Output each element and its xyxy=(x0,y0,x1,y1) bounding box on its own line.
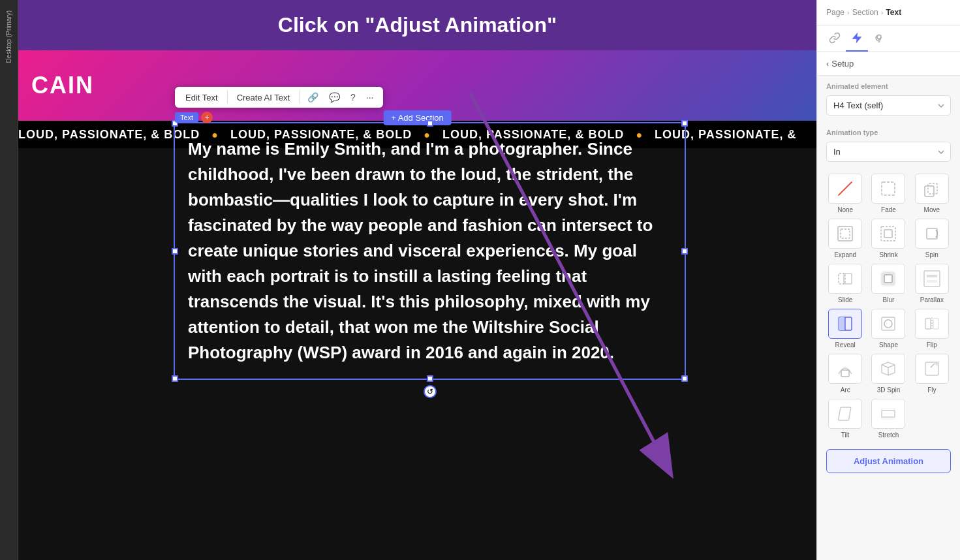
breadcrumb-sep-2: › xyxy=(881,8,884,16)
svg-point-22 xyxy=(884,320,892,328)
svg-rect-5 xyxy=(925,186,934,196)
anim-move[interactable]: Move xyxy=(913,174,951,213)
svg-rect-24 xyxy=(933,319,938,329)
svg-rect-23 xyxy=(925,319,931,329)
anim-flip-label: Flip xyxy=(927,341,937,349)
anim-3dspin-icon xyxy=(871,354,905,384)
anim-fly-icon xyxy=(915,354,949,384)
toolbar-divider-1 xyxy=(227,91,228,104)
tab-link[interactable] xyxy=(824,25,846,52)
svg-rect-21 xyxy=(882,317,895,330)
resize-handle-bl[interactable] xyxy=(172,375,178,382)
resize-handle-bm[interactable] xyxy=(427,375,433,382)
rotate-handle[interactable]: ↺ xyxy=(424,385,437,398)
instruction-banner: Click on "Adjust Animation" xyxy=(18,0,816,50)
svg-rect-6 xyxy=(841,229,850,238)
svg-rect-30 xyxy=(839,407,852,420)
breadcrumb-page[interactable]: Page xyxy=(826,8,844,17)
anim-move-icon xyxy=(915,174,949,204)
svg-rect-32 xyxy=(882,409,895,411)
anim-fly[interactable]: Fly xyxy=(913,354,951,394)
anim-blur-label: Blur xyxy=(883,296,895,303)
anim-tilt[interactable]: Tilt xyxy=(826,399,864,439)
anim-stretch-icon xyxy=(871,399,905,429)
anim-shrink[interactable]: Shrink xyxy=(869,219,907,258)
adjust-animation-button[interactable]: Adjust Animation xyxy=(826,449,951,473)
anim-arc-label: Arc xyxy=(841,386,850,394)
resize-handle-br[interactable] xyxy=(681,375,688,382)
breadcrumb-sep-1: › xyxy=(847,8,850,16)
svg-line-29 xyxy=(931,364,935,367)
svg-rect-8 xyxy=(881,226,895,241)
anim-3dspin[interactable]: 3D Spin xyxy=(869,354,907,394)
anim-stretch[interactable]: Stretch xyxy=(869,399,907,439)
anim-reveal-label: Reveal xyxy=(835,341,856,349)
help-button[interactable]: ? xyxy=(347,89,360,105)
anim-spin[interactable]: Spin xyxy=(913,219,951,258)
svg-rect-9 xyxy=(884,230,892,238)
svg-rect-17 xyxy=(927,280,937,283)
create-ai-text-button[interactable]: Create AI Text xyxy=(232,90,295,105)
animation-grid: None Fade Move xyxy=(817,168,960,444)
tag-plus-button[interactable]: + xyxy=(201,112,213,123)
anim-move-label: Move xyxy=(924,206,940,213)
anim-expand-icon xyxy=(828,219,862,249)
breadcrumb-current: Text xyxy=(886,8,901,17)
anim-reveal[interactable]: Reveal xyxy=(826,309,864,349)
anim-shape-label: Shape xyxy=(879,341,898,349)
anim-none[interactable]: None xyxy=(826,174,864,213)
back-label: Setup xyxy=(831,59,854,69)
anim-fade-label: Fade xyxy=(881,206,896,213)
anim-expand[interactable]: Expand xyxy=(826,219,864,258)
anim-blur-icon xyxy=(871,264,905,294)
anim-fade[interactable]: Fade xyxy=(869,174,907,213)
anim-flip[interactable]: Flip xyxy=(913,309,951,349)
text-content: My name is Emily Smith, and I'm a photog… xyxy=(188,136,672,366)
tab-settings[interactable] xyxy=(868,25,890,52)
animation-type-select[interactable]: In Out Loop xyxy=(826,142,951,162)
back-button[interactable]: ‹ Setup xyxy=(817,52,960,76)
comment-button[interactable]: 💬 xyxy=(325,89,344,105)
svg-rect-26 xyxy=(841,370,849,377)
tab-animation[interactable] xyxy=(846,25,868,52)
anim-flip-icon xyxy=(915,309,949,339)
link-button[interactable]: 🔗 xyxy=(303,89,322,105)
svg-rect-3 xyxy=(882,182,895,195)
edit-text-button[interactable]: Edit Text xyxy=(180,90,223,105)
anim-blur[interactable]: Blur xyxy=(869,264,907,303)
more-button[interactable]: ··· xyxy=(362,89,378,105)
svg-rect-19 xyxy=(839,317,845,330)
resize-handle-ml[interactable] xyxy=(172,248,178,255)
anim-stretch-label: Stretch xyxy=(878,431,899,439)
anim-shrink-icon xyxy=(871,219,905,249)
anim-parallax-icon xyxy=(915,264,949,294)
anim-slide[interactable]: Slide xyxy=(826,264,864,303)
svg-rect-31 xyxy=(882,411,895,417)
anim-shape-icon xyxy=(871,309,905,339)
right-panel: Page › Section › Text xyxy=(816,0,960,560)
anim-parallax[interactable]: Parallax xyxy=(913,264,951,303)
anim-shape[interactable]: Shape xyxy=(869,309,907,349)
breadcrumb: Page › Section › Text xyxy=(817,0,960,25)
panel-tabs xyxy=(817,25,960,52)
element-tag: Text + xyxy=(175,112,213,123)
anim-none-icon xyxy=(828,174,862,204)
resize-handle-tm[interactable] xyxy=(427,120,433,127)
anim-none-label: None xyxy=(837,206,853,213)
text-content-box: My name is Emily Smith, and I'm a photog… xyxy=(174,122,686,380)
anim-spin-icon xyxy=(915,219,949,249)
anim-arc[interactable]: Arc xyxy=(826,354,864,394)
animated-element-select[interactable]: H4 Text (self) xyxy=(826,95,951,116)
resize-handle-tr[interactable] xyxy=(681,120,688,127)
breadcrumb-section[interactable]: Section xyxy=(852,8,878,17)
anim-fade-icon xyxy=(871,174,905,204)
anim-fly-label: Fly xyxy=(927,386,936,394)
anim-3dspin-label: 3D Spin xyxy=(877,386,901,394)
toolbar-divider-2 xyxy=(299,91,300,104)
logo: CAIN xyxy=(31,72,94,99)
anim-reveal-icon xyxy=(828,309,862,339)
resize-handle-mr[interactable] xyxy=(681,248,688,255)
svg-rect-4 xyxy=(928,183,937,194)
page-content: CAIN + Add Section LOUD, PASSIONATE, & B… xyxy=(18,50,816,560)
anim-spin-label: Spin xyxy=(925,251,938,258)
